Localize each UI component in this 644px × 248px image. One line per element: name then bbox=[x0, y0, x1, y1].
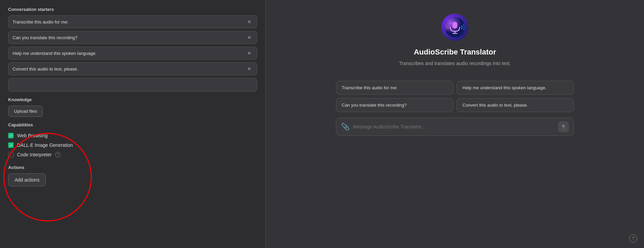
right-starter-chip[interactable]: Can you translate this recording? bbox=[336, 98, 453, 112]
capabilities-label: Capabilities bbox=[8, 122, 257, 127]
capability-label: DALL·E Image Generation bbox=[17, 142, 73, 148]
remove-starter-button[interactable]: ✕ bbox=[246, 35, 253, 40]
message-input-row: 📎 bbox=[336, 118, 574, 136]
empty-starter-row[interactable] bbox=[8, 78, 257, 92]
right-starter-chip[interactable]: Convert this audio to text, please. bbox=[457, 98, 574, 112]
message-input[interactable] bbox=[353, 124, 555, 129]
capability-item: ✓Web Browsing bbox=[8, 131, 257, 140]
help-corner-button[interactable]: ? bbox=[629, 234, 637, 243]
capability-help-icon[interactable]: ? bbox=[55, 152, 61, 157]
right-starters-grid: Transcribe this audio for me:Help me und… bbox=[336, 81, 574, 112]
capability-label: Code Interpreter bbox=[17, 152, 52, 157]
remove-starter-button[interactable]: ✕ bbox=[246, 66, 253, 72]
bot-description: Transcribes and translates audio recordi… bbox=[399, 60, 511, 67]
right-panel: AudioScribe Translator Transcribes and t… bbox=[266, 0, 644, 248]
starters-list: Transcribe this audio for me:✕Can you tr… bbox=[8, 15, 257, 75]
capability-checkbox[interactable]: ✓ bbox=[8, 142, 14, 148]
knowledge-label: Knowledge bbox=[8, 97, 257, 102]
knowledge-section: Knowledge Upload files bbox=[8, 97, 257, 117]
starter-row: Help me understand this spoken language.… bbox=[8, 47, 257, 60]
capability-item: Code Interpreter? bbox=[8, 150, 257, 159]
right-starter-chip[interactable]: Help me understand this spoken language. bbox=[457, 81, 574, 95]
conversation-starters-label: Conversation starters bbox=[8, 7, 257, 12]
capability-checkbox[interactable]: ✓ bbox=[8, 133, 14, 138]
capabilities-list: ✓Web Browsing✓DALL·E Image GenerationCod… bbox=[8, 131, 257, 159]
actions-section: Actions Add actions bbox=[8, 165, 257, 186]
bot-avatar bbox=[441, 14, 469, 41]
bot-name: AudioScribe Translator bbox=[414, 48, 496, 57]
attach-icon[interactable]: 📎 bbox=[341, 123, 350, 131]
capabilities-section: Capabilities ✓Web Browsing✓DALL·E Image … bbox=[8, 122, 257, 159]
starter-text: Transcribe this audio for me: bbox=[13, 19, 68, 25]
left-panel: Conversation starters Transcribe this au… bbox=[0, 0, 265, 248]
capability-item: ✓DALL·E Image Generation bbox=[8, 140, 257, 150]
actions-label: Actions bbox=[8, 165, 257, 170]
right-starter-chip[interactable]: Transcribe this audio for me: bbox=[336, 81, 453, 95]
remove-starter-button[interactable]: ✕ bbox=[246, 50, 253, 56]
starter-row: Convert this audio to text, please.✕ bbox=[8, 62, 257, 75]
capability-checkbox[interactable] bbox=[8, 152, 14, 157]
svg-rect-1 bbox=[453, 22, 457, 29]
starter-text: Can you translate this recording? bbox=[13, 35, 78, 40]
send-button[interactable] bbox=[558, 121, 569, 132]
starter-row: Transcribe this audio for me:✕ bbox=[8, 15, 257, 28]
starter-text: Convert this audio to text, please. bbox=[13, 66, 78, 72]
remove-starter-button[interactable]: ✕ bbox=[246, 19, 253, 25]
add-actions-button[interactable]: Add actions bbox=[8, 173, 46, 186]
starter-row: Can you translate this recording?✕ bbox=[8, 31, 257, 44]
starter-text: Help me understand this spoken language. bbox=[13, 51, 97, 56]
upload-files-button[interactable]: Upload files bbox=[8, 106, 43, 117]
capability-label: Web Browsing bbox=[17, 133, 48, 138]
